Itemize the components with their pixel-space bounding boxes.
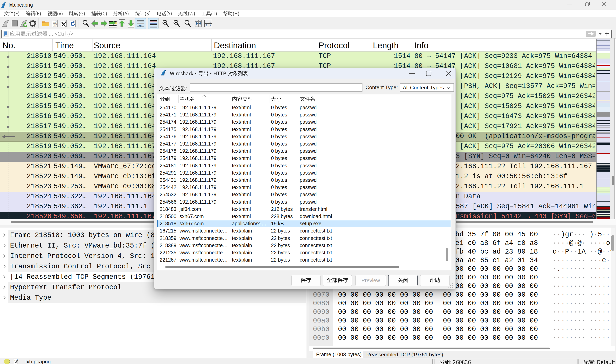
svg-text:3: 3 — [209, 24, 211, 27]
svg-text:0111: 0111 — [53, 25, 57, 27]
svg-text:1: 1 — [209, 20, 211, 23]
svg-text:001: 001 — [14, 360, 16, 361]
svg-text:2: 2 — [206, 24, 207, 27]
